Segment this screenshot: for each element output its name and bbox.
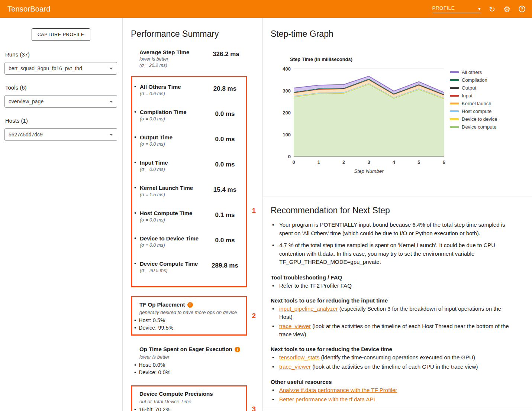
- list-item: Host: 0.5%: [134, 317, 246, 324]
- metric-sigma: (σ = 20.5 ms): [140, 268, 198, 274]
- chevron-down-icon: ▾: [478, 7, 481, 11]
- tensorflow-stats-link[interactable]: tensorflow_stats: [279, 354, 319, 360]
- chevron-down-icon: [109, 134, 113, 136]
- legend-label: Kernel launch: [462, 101, 491, 106]
- metric-label: Average Step Time: [139, 49, 189, 56]
- legend-label: Compilation: [462, 77, 487, 83]
- rec-item-body: input_pipeline_analyzer (especially Sect…: [279, 305, 516, 321]
- capture-profile-button[interactable]: CAPTURE PROFILE: [32, 28, 90, 41]
- annotation-number-1: 1: [252, 207, 256, 215]
- list-item: 16-bit: 70.2%: [134, 406, 246, 411]
- recommendation-bullets: Your program is POTENTIALLY input-bound …: [271, 221, 516, 266]
- rec-item: Refer to the TF2 Profiler FAQ: [271, 282, 516, 290]
- rec-item: Better performance with the tf.data API: [271, 395, 516, 404]
- metric-sigma: (σ = 0.0 ms): [140, 116, 187, 122]
- runs-label: Runs (37): [5, 51, 117, 58]
- rec-item-body: trace_viewer (look at the activities on …: [279, 322, 516, 339]
- svg-text:1: 1: [317, 159, 320, 165]
- tfdata-performance-link[interactable]: Analyze tf.data performance with the TF …: [279, 386, 397, 394]
- device-placement-value: Device: 99.5%: [139, 324, 174, 331]
- metric-labels: Device to Device Time (σ = 0.0 ms): [134, 235, 199, 249]
- metric-value: 289.8 ms: [204, 260, 246, 274]
- info-icon[interactable]: i: [235, 347, 240, 352]
- sidebar: CAPTURE PROFILE Runs (37) bert_squad_8gp…: [0, 18, 123, 411]
- input-pipeline-analyzer-link[interactable]: input_pipeline_analyzer: [279, 305, 338, 312]
- legend-label: Device compute: [462, 124, 496, 130]
- metric-label: Host Compute Time: [140, 210, 192, 217]
- legend-item: Kernel launch: [450, 101, 497, 106]
- metric-row: Host Compute Time (σ = 0.0 ms) 0.1 ms: [134, 210, 246, 223]
- hosts-dropdown[interactable]: 5627c5dd7dc9: [4, 128, 117, 141]
- hosts-label: Hosts (1): [5, 117, 117, 124]
- recommendation-title: Recommendation for Next Step: [271, 206, 516, 216]
- tfdata-api-link[interactable]: Better performance with the tf.data API: [279, 395, 375, 404]
- metric-row: All Others Time (σ = 0.6 ms) 20.8 ms: [134, 83, 246, 97]
- legend-swatch: [450, 95, 459, 97]
- svg-text:Step Number: Step Number: [354, 168, 384, 174]
- legend-item: Device compute: [450, 124, 497, 130]
- recommendation-section: Recommendation for Next Step Your progra…: [263, 197, 532, 403]
- app-header: TensorBoard PROFILE ▾ ↻ ⚙ ?: [0, 0, 532, 18]
- bullet-text: Your program is POTENTIALLY input-bound …: [279, 221, 516, 237]
- help-icon[interactable]: ?: [519, 6, 525, 12]
- tools-dropdown[interactable]: overview_page: [4, 95, 117, 108]
- rec-item: tensorflow_stats (identify the time-cons…: [271, 353, 516, 362]
- legend-item: Host compute: [450, 109, 497, 114]
- metric-sigma: (σ = 0.0 ms): [140, 217, 192, 223]
- rec-section-heading: Next tools to use for reducing the Devic…: [271, 346, 516, 352]
- metric-labels: Device Compute Time (σ = 20.5 ms): [134, 260, 198, 274]
- header-actions: PROFILE ▾ ↻ ⚙ ?: [432, 5, 525, 13]
- svg-text:6: 6: [442, 159, 445, 165]
- info-icon[interactable]: i: [187, 302, 193, 308]
- svg-text:0: 0: [292, 159, 295, 165]
- legend-item: Input: [450, 93, 497, 98]
- step-time-graph-section: Step-time Graph Step Time (in millisecon…: [263, 29, 532, 176]
- eager-execution-title: Op Time Spent on Eager Execution: [139, 346, 232, 353]
- rec-item-body: tensorflow_stats (identify the time-cons…: [279, 353, 475, 362]
- trace-viewer-link[interactable]: trace_viewer: [279, 363, 311, 370]
- tools-dropdown-value: overview_page: [9, 98, 43, 104]
- svg-text:4: 4: [393, 159, 396, 165]
- list-item: Host: 0.0%: [134, 361, 262, 369]
- svg-text:0: 0: [288, 154, 291, 159]
- dashboard-select[interactable]: PROFILE ▾: [432, 5, 481, 13]
- svg-text:400: 400: [283, 66, 291, 72]
- legend-swatch: [450, 71, 459, 73]
- trace-viewer-link[interactable]: trace_viewer: [279, 323, 311, 329]
- metric-value: 0.0 ms: [204, 235, 246, 249]
- runs-dropdown-value: bert_squad_8gpu_fp16_pvt_thd: [9, 65, 82, 71]
- average-step-time-labels: Average Step Time lower is better (σ = 2…: [139, 49, 189, 69]
- metric-labels: Output Time (σ = 0.0 ms): [134, 134, 173, 148]
- step-time-chart-plot: 01002003004000123456Step Number: [279, 64, 447, 176]
- metric-row: Input Time (σ = 0.0 ms) 0.0 ms: [134, 159, 246, 173]
- dashboard-select-value: PROFILE: [432, 5, 455, 11]
- legend-swatch: [450, 118, 459, 120]
- metric-label: Input Time: [140, 159, 168, 166]
- tools-label: Tools (6): [5, 84, 117, 91]
- metric-label: Kernel Launch Time: [140, 184, 193, 192]
- svg-text:2: 2: [342, 159, 345, 165]
- step-time-chart: 01002003004000123456Step Number All othe…: [279, 64, 532, 176]
- metric-sigma: (σ = 1.5 ms): [140, 192, 193, 198]
- svg-text:200: 200: [283, 110, 291, 116]
- legend-item: All others: [450, 69, 497, 75]
- settings-gear-icon[interactable]: ⚙: [503, 5, 510, 13]
- list-item: Device: 99.5%: [134, 324, 246, 331]
- metric-value: 0.0 ms: [204, 109, 246, 122]
- chevron-down-icon: [109, 68, 113, 69]
- rec-item: input_pipeline_analyzer (especially Sect…: [271, 305, 516, 321]
- rec-item-text: Refer to the TF2 Profiler FAQ: [279, 282, 352, 290]
- main-content: CAPTURE PROFILE Runs (37) bert_squad_8gp…: [0, 18, 532, 411]
- runs-dropdown[interactable]: bert_squad_8gpu_fp16_pvt_thd: [4, 62, 117, 75]
- eager-execution-header: Op Time Spent on Eager Execution i: [139, 346, 262, 353]
- list-item: Device: 0.0%: [134, 369, 262, 376]
- metric-row: Kernel Launch Time (σ = 1.5 ms) 15.4 ms: [134, 184, 246, 198]
- recommendation-bullet: Your program is POTENTIALLY input-bound …: [271, 221, 516, 237]
- card-bottom-edge: [263, 408, 532, 408]
- refresh-icon[interactable]: ↻: [489, 5, 496, 13]
- legend-swatch: [450, 87, 459, 89]
- metric-sigma: (σ = 20.2 ms): [139, 62, 189, 69]
- annotation-number-2: 2: [252, 312, 256, 320]
- rec-item: Analyze tf.data performance with the TF …: [271, 386, 516, 394]
- metric-note: lower is better: [139, 56, 189, 62]
